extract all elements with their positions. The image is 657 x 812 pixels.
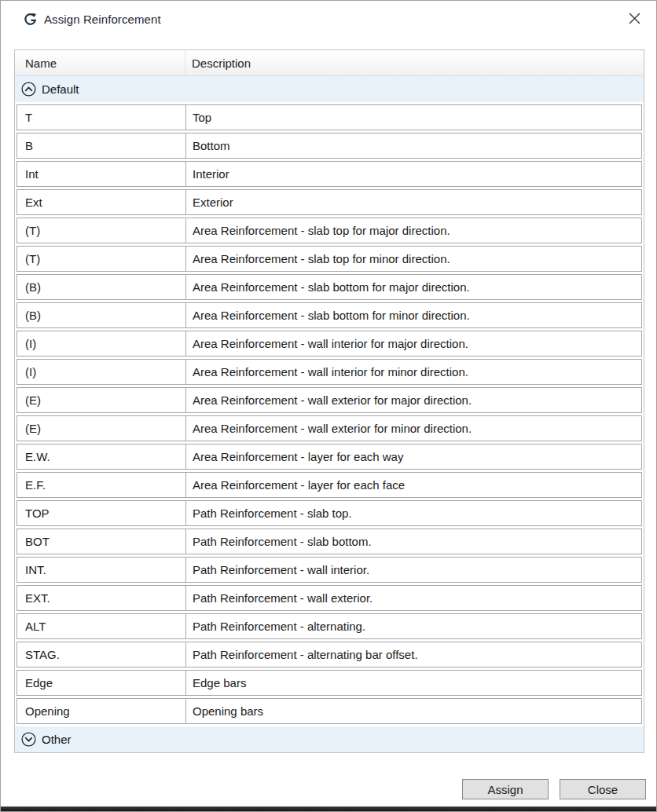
row-name-cell: B	[17, 134, 186, 158]
column-header-description[interactable]: Description	[185, 50, 644, 75]
row-description-cell: Path Reinforcement - wall interior.	[186, 558, 641, 582]
table-row[interactable]: (I) Area Reinforcement - wall interior f…	[17, 359, 642, 385]
row-name-cell: INT.	[17, 558, 186, 582]
table-row[interactable]: Edge Edge bars	[17, 670, 642, 696]
table-row[interactable]: (T) Area Reinforcement - slab top for mi…	[17, 246, 642, 272]
group-header-other[interactable]: Other	[15, 726, 644, 752]
row-name-cell: E.W.	[17, 444, 186, 469]
row-description-cell: Area Reinforcement - wall exterior for m…	[186, 416, 641, 441]
table-row[interactable]: (B) Area Reinforcement - slab bottom for…	[17, 274, 642, 300]
row-name-cell: STAG.	[17, 642, 186, 667]
table-row[interactable]: TOP Path Reinforcement - slab top.	[17, 500, 642, 526]
row-name-cell: Ext	[17, 190, 186, 214]
row-description-cell: Edge bars	[186, 671, 641, 695]
row-description-cell: Bottom	[186, 134, 641, 158]
table-row[interactable]: EXT. Path Reinforcement - wall exterior.	[17, 585, 642, 611]
close-dialog-button[interactable]	[622, 6, 646, 30]
dialog-titlebar[interactable]: Assign Reinforcement	[2, 2, 655, 37]
app-logo-icon	[23, 12, 39, 27]
row-name-cell: (B)	[17, 303, 186, 327]
row-description-cell: Area Reinforcement - wall interior for m…	[186, 331, 641, 356]
row-name-cell: (B)	[17, 275, 186, 299]
row-description-cell: Area Reinforcement - wall exterior for m…	[186, 388, 641, 412]
row-description-cell: Interior	[186, 162, 641, 186]
column-header-name[interactable]: Name	[15, 50, 185, 75]
assign-button[interactable]: Assign	[462, 779, 549, 799]
row-name-cell: (I)	[17, 360, 186, 384]
table-rows: T Top B Bottom Int Interior Ext Exterior…	[15, 104, 644, 724]
table-row[interactable]: INT. Path Reinforcement - wall interior.	[17, 557, 642, 583]
table-row[interactable]: Int Interior	[17, 161, 642, 187]
row-name-cell: (E)	[17, 416, 186, 441]
row-name-cell: (T)	[17, 218, 186, 243]
table-row[interactable]: STAG. Path Reinforcement - alternating b…	[17, 642, 642, 668]
row-name-cell: EXT.	[17, 586, 186, 610]
table-row[interactable]: (E) Area Reinforcement - wall exterior f…	[17, 387, 642, 413]
row-description-cell: Area Reinforcement - slab top for minor …	[186, 247, 641, 271]
row-description-cell: Path Reinforcement - alternating bar off…	[186, 642, 641, 667]
row-description-cell: Path Reinforcement - alternating.	[186, 614, 641, 638]
row-description-cell: Opening bars	[186, 699, 641, 723]
group-label: Default	[42, 82, 79, 96]
table-row[interactable]: E.F. Area Reinforcement - layer for each…	[17, 472, 642, 498]
chevron-down-circle-icon[interactable]	[21, 732, 36, 747]
table-row[interactable]: (E) Area Reinforcement - wall exterior f…	[17, 415, 642, 441]
row-description-cell: Path Reinforcement - slab bottom.	[186, 529, 641, 554]
dialog-title: Assign Reinforcement	[44, 13, 161, 26]
group-header-default[interactable]: Default	[15, 76, 644, 102]
table-row[interactable]: ALT Path Reinforcement - alternating.	[17, 613, 642, 639]
assign-reinforcement-dialog: Assign Reinforcement Name Description De…	[0, 0, 657, 812]
row-name-cell: E.F.	[17, 473, 186, 497]
row-name-cell: (E)	[17, 388, 186, 412]
row-description-cell: Top	[186, 105, 641, 130]
reinforcement-table: Name Description Default T Top B Bottom …	[14, 49, 644, 753]
row-description-cell: Path Reinforcement - wall exterior.	[186, 586, 641, 610]
group-label: Other	[42, 733, 72, 746]
table-row[interactable]: E.W. Area Reinforcement - layer for each…	[17, 444, 642, 470]
row-description-cell: Area Reinforcement - wall interior for m…	[186, 360, 641, 384]
window-bottom-edge	[1, 807, 656, 811]
row-description-cell: Path Reinforcement - slab top.	[186, 501, 641, 525]
table-row[interactable]: Opening Opening bars	[17, 698, 642, 724]
row-description-cell: Area Reinforcement - slab bottom for maj…	[186, 275, 641, 299]
row-name-cell: ALT	[17, 614, 186, 638]
row-name-cell: Int	[17, 162, 186, 186]
chevron-up-circle-icon[interactable]	[21, 82, 36, 97]
row-name-cell: T	[17, 105, 186, 130]
table-row[interactable]: B Bottom	[17, 133, 642, 159]
row-description-cell: Area Reinforcement - layer for each face	[186, 473, 641, 497]
row-name-cell: Opening	[17, 699, 186, 723]
table-row[interactable]: (B) Area Reinforcement - slab bottom for…	[17, 302, 642, 328]
row-description-cell: Area Reinforcement - slab bottom for min…	[186, 303, 641, 327]
table-row[interactable]: (T) Area Reinforcement - slab top for ma…	[17, 218, 642, 243]
close-icon	[628, 12, 641, 25]
close-button[interactable]: Close	[560, 779, 646, 799]
row-name-cell: (I)	[17, 331, 186, 356]
table-row[interactable]: T Top	[17, 104, 642, 130]
table-row[interactable]: Ext Exterior	[17, 189, 642, 215]
row-name-cell: BOT	[17, 529, 186, 554]
row-name-cell: (T)	[17, 247, 186, 271]
row-description-cell: Area Reinforcement - layer for each way	[186, 444, 641, 469]
row-name-cell: TOP	[17, 501, 186, 525]
row-description-cell: Exterior	[186, 190, 641, 214]
table-row[interactable]: (I) Area Reinforcement - wall interior f…	[17, 331, 642, 357]
row-description-cell: Area Reinforcement - slab top for major …	[186, 218, 641, 243]
row-name-cell: Edge	[17, 671, 186, 695]
table-row[interactable]: BOT Path Reinforcement - slab bottom.	[17, 529, 642, 554]
table-header-row: Name Description	[15, 50, 644, 76]
